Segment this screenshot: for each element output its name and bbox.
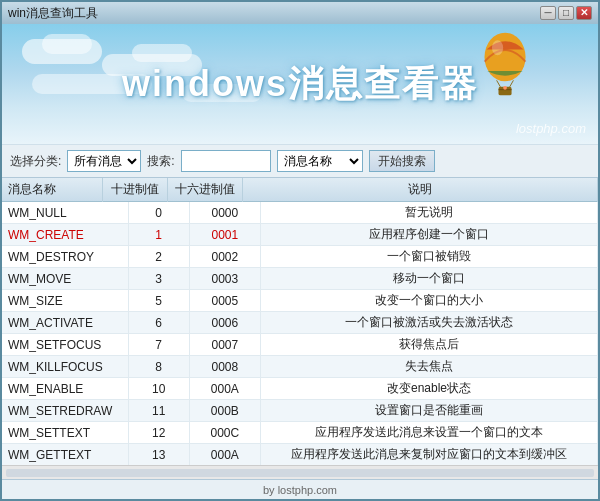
cell-desc: 一个窗口被销毁 xyxy=(261,246,598,268)
cell-desc: 一个窗口被激活或失去激活状态 xyxy=(261,312,598,334)
svg-line-3 xyxy=(510,80,514,87)
cell-desc: 设置窗口是否能重画 xyxy=(261,400,598,422)
cell-desc: 应用程序发送此消息来复制对应窗口的文本到缓冲区 xyxy=(261,444,598,466)
cell-hex: 000B xyxy=(189,400,260,422)
cell-name: WM_SETTEXT xyxy=(2,422,128,444)
table-row[interactable]: WM_GETTEXT13000A应用程序发送此消息来复制对应窗口的文本到缓冲区 xyxy=(2,444,598,466)
message-table-container: 消息名称 十进制值 十六进制值 说明 WM_NULL00000暂无说明WM_CR… xyxy=(2,178,598,479)
cell-dec: 2 xyxy=(128,246,189,268)
cell-dec: 12 xyxy=(128,422,189,444)
cell-name: WM_MOVE xyxy=(2,268,128,290)
cell-hex: 0008 xyxy=(189,356,260,378)
keyword-label: 搜索: xyxy=(147,153,174,170)
msgname-select[interactable]: 消息名称十进制值十六进制值 xyxy=(277,150,363,172)
hscroll-track xyxy=(6,469,594,477)
cell-desc: 应用程序创建一个窗口 xyxy=(261,224,598,246)
table-row[interactable]: WM_SETFOCUS70007获得焦点后 xyxy=(2,334,598,356)
window-close-button[interactable]: ✕ xyxy=(576,6,592,20)
cell-hex: 0001 xyxy=(189,224,260,246)
cell-hex: 000C xyxy=(189,422,260,444)
table-row[interactable]: WM_NULL00000暂无说明 xyxy=(2,202,598,224)
table-row[interactable]: WM_CREATE10001应用程序创建一个窗口 xyxy=(2,224,598,246)
table-header: 消息名称 十进制值 十六进制值 说明 xyxy=(2,178,598,202)
col-dec: 十进制值 xyxy=(102,178,167,202)
cell-name: WM_ACTIVATE xyxy=(2,312,128,334)
footer: by lostphp.com xyxy=(2,479,598,499)
minimize-button[interactable]: ─ xyxy=(540,6,556,20)
keyword-input[interactable] xyxy=(181,150,271,172)
cell-desc: 失去焦点 xyxy=(261,356,598,378)
cell-dec: 11 xyxy=(128,400,189,422)
table-row[interactable]: WM_ACTIVATE60006一个窗口被激活或失去激活状态 xyxy=(2,312,598,334)
cell-desc: 暂无说明 xyxy=(261,202,598,224)
table-row[interactable]: WM_SETTEXT12000C应用程序发送此消息来设置一个窗口的文本 xyxy=(2,422,598,444)
footer-text: by lostphp.com xyxy=(263,484,337,496)
cell-desc: 应用程序发送此消息来设置一个窗口的文本 xyxy=(261,422,598,444)
cell-desc: 改变一个窗口的大小 xyxy=(261,290,598,312)
cell-dec: 13 xyxy=(128,444,189,466)
cell-hex: 0002 xyxy=(189,246,260,268)
col-name: 消息名称 xyxy=(2,178,102,202)
svg-line-2 xyxy=(497,80,501,87)
message-table: 消息名称 十进制值 十六进制值 说明 xyxy=(2,178,598,202)
table-row[interactable]: WM_MOVE30003移动一个窗口 xyxy=(2,268,598,290)
cell-dec: 7 xyxy=(128,334,189,356)
cell-hex: 000A xyxy=(189,444,260,466)
svg-point-6 xyxy=(503,86,507,90)
cell-dec: 1 xyxy=(128,224,189,246)
title-bar-buttons: ─ □ ✕ xyxy=(540,6,592,20)
table-row[interactable]: WM_KILLFOCUS80008失去焦点 xyxy=(2,356,598,378)
table-body: WM_NULL00000暂无说明WM_CREATE10001应用程序创建一个窗口… xyxy=(2,202,598,465)
table-row[interactable]: WM_ENABLE10000A改变enable状态 xyxy=(2,378,598,400)
cell-hex: 0007 xyxy=(189,334,260,356)
cell-hex: 0006 xyxy=(189,312,260,334)
col-hex: 十六进制值 xyxy=(167,178,242,202)
cell-hex: 000A xyxy=(189,378,260,400)
balloon-decoration xyxy=(478,29,538,104)
header-watermark: lostphp.com xyxy=(516,121,586,136)
table-row[interactable]: WM_SIZE50005改变一个窗口的大小 xyxy=(2,290,598,312)
category-label: 选择分类: xyxy=(10,153,61,170)
svg-point-1 xyxy=(492,40,503,55)
cell-desc: 移动一个窗口 xyxy=(261,268,598,290)
cell-dec: 0 xyxy=(128,202,189,224)
cell-name: WM_KILLFOCUS xyxy=(2,356,128,378)
cell-hex: 0000 xyxy=(189,202,260,224)
cell-name: WM_NULL xyxy=(2,202,128,224)
header-area: windows消息查看器 lostphp.com xyxy=(2,24,598,144)
cell-hex: 0003 xyxy=(189,268,260,290)
cell-name: WM_SETREDRAW xyxy=(2,400,128,422)
main-window: win消息查询工具 ─ □ ✕ xyxy=(0,0,600,501)
cell-name: WM_ENABLE xyxy=(2,378,128,400)
cell-name: WM_CREATE xyxy=(2,224,128,246)
cell-desc: 改变enable状态 xyxy=(261,378,598,400)
cell-hex: 0005 xyxy=(189,290,260,312)
table-row[interactable]: WM_SETREDRAW11000B设置窗口是否能重画 xyxy=(2,400,598,422)
window-title: win消息查询工具 xyxy=(8,5,98,22)
horizontal-scrollbar[interactable] xyxy=(2,465,598,479)
table-row[interactable]: WM_DESTROY20002一个窗口被销毁 xyxy=(2,246,598,268)
cell-dec: 10 xyxy=(128,378,189,400)
table-scroll-area[interactable]: WM_NULL00000暂无说明WM_CREATE10001应用程序创建一个窗口… xyxy=(2,202,598,465)
category-select[interactable]: 所有消息窗口消息鼠标消息键盘消息 xyxy=(67,150,141,172)
cell-desc: 获得焦点后 xyxy=(261,334,598,356)
maximize-button[interactable]: □ xyxy=(558,6,574,20)
col-desc: 说明 xyxy=(242,178,598,202)
cell-dec: 5 xyxy=(128,290,189,312)
toolbar: 选择分类: 所有消息窗口消息鼠标消息键盘消息 搜索: 消息名称十进制值十六进制值… xyxy=(2,144,598,178)
header-title: windows消息查看器 xyxy=(122,60,478,109)
search-button[interactable]: 开始搜索 xyxy=(369,150,435,172)
cell-name: WM_SETFOCUS xyxy=(2,334,128,356)
cell-name: WM_DESTROY xyxy=(2,246,128,268)
cell-name: WM_GETTEXT xyxy=(2,444,128,466)
cell-dec: 6 xyxy=(128,312,189,334)
cell-dec: 3 xyxy=(128,268,189,290)
title-bar: win消息查询工具 ─ □ ✕ xyxy=(2,2,598,24)
cell-dec: 8 xyxy=(128,356,189,378)
message-data-table: WM_NULL00000暂无说明WM_CREATE10001应用程序创建一个窗口… xyxy=(2,202,598,465)
cell-name: WM_SIZE xyxy=(2,290,128,312)
